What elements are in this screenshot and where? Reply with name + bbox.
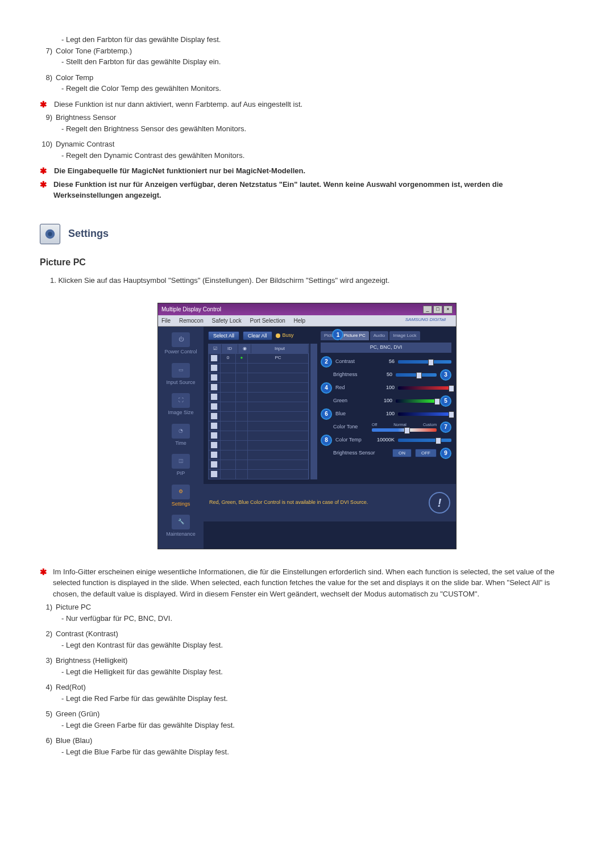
callout-2: 2 [321,356,332,368]
busy-dot-icon [276,333,280,338]
svg-point-1 [48,232,52,236]
color-temp-control: 8 Color Temp 10000K [321,435,451,446]
tab-audio[interactable]: Audio [370,331,388,340]
tab-picture[interactable]: Pictur1 [321,331,339,340]
grid-row[interactable]: 0 ● PC [209,353,309,363]
tab-image-lock[interactable]: Image Lock [389,331,420,340]
list-num: 7) [40,45,52,57]
sensor-off-button[interactable]: OFF [415,449,437,457]
sidebar-item-power-control[interactable]: ⏻Power Control [158,332,204,356]
settings-section-icon [40,224,60,244]
green-control: Green 100 5 [321,395,451,407]
sidebar-item-image-size[interactable]: ⛶Image Size [158,393,204,417]
brightness-slider[interactable] [396,373,437,377]
callout-5: 5 [440,395,451,407]
time-icon: ◔ [172,424,190,439]
menu-help[interactable]: Help [294,318,306,324]
app-footer: Red, Green, Blue Color Control is not av… [204,484,456,521]
toolbar: Select All Clear All Busy [208,331,317,340]
select-all-button[interactable]: Select All [208,331,239,340]
green-slider[interactable] [396,399,437,403]
brightness-control: Brightness 50 3 [321,369,451,381]
app-title: Multiple Display Control [161,305,221,314]
input-icon: ▭ [172,363,190,378]
color-tone-slider[interactable] [372,428,437,432]
section-title: Settings [68,226,109,241]
contrast-control: 2 Contrast 56 [321,356,451,368]
menubar: File Remocon Safety Lock Port Selection … [158,315,456,327]
settings-panel: Pictur1 Picture PC Audio Image Lock PC, … [321,331,451,479]
app-window: Multiple Display Control _ □ × File Remo… [157,303,457,549]
star-note-bold: ✱Diese Funktion ist nur für Anzeigen ver… [40,179,574,201]
sidebar-item-input-source[interactable]: ▭Input Source [158,363,204,387]
checkbox-icon[interactable] [211,355,218,361]
star-note: ✱Im Info-Gitter erscheinen einige wesent… [40,566,574,600]
red-control: 4 Red 100 [321,382,451,394]
callout-7: 7 [440,422,451,433]
settings-icon: ⚙ [172,485,190,499]
close-button[interactable]: × [443,306,453,314]
menu-port-selection[interactable]: Port Selection [250,318,285,324]
titlebar: Multiple Display Control _ □ × [158,303,456,315]
star-note-bold: ✱Die Eingabequelle für MagicNet funktion… [40,165,574,177]
sidebar-item-maintenance[interactable]: 🔧Maintenance [158,515,204,539]
color-tone-control: Color Tone OffNormalCustom 7 [321,422,451,433]
color-temp-slider[interactable] [398,439,451,442]
section-header: Settings [40,224,574,244]
star-icon: ✱ [40,99,48,110]
power-icon: ⏻ [172,332,190,347]
maximize-button[interactable]: □ [433,306,442,314]
maintenance-icon: 🔧 [172,515,190,529]
mode-indicator: PC, BNC, DVI [321,343,451,353]
pip-icon: ◫ [172,454,190,469]
grid-header: ☑ ID ◉ Input [209,344,309,353]
list-title: Color Tone (Farbtemp.) [56,45,132,57]
minimize-button[interactable]: _ [423,306,432,314]
star-icon: ✱ [40,179,48,201]
contrast-slider[interactable] [398,360,451,364]
list-num: 8) [40,72,52,84]
info-icon: ! [429,492,450,514]
callout-8: 8 [321,435,332,446]
menu-safety-lock[interactable]: Safety Lock [212,318,242,324]
sidebar: ⏻Power Control ▭Input Source ⛶Image Size… [158,327,204,549]
tab-picture-pc[interactable]: Picture PC [340,331,368,340]
blue-slider[interactable] [398,412,451,416]
sub-heading: Picture PC [40,256,574,269]
star-note: ✱Diese Funktion ist nur dann aktiviert, … [40,99,574,110]
image-size-icon: ⛶ [172,393,190,408]
grid-scrollbar[interactable] [310,344,317,479]
callout-4: 4 [321,382,332,394]
busy-indicator: Busy [276,332,294,340]
clear-all-button[interactable]: Clear All [243,331,272,340]
star-icon: ✱ [40,165,48,177]
sidebar-item-settings[interactable]: ⚙Settings [158,485,204,508]
red-slider[interactable] [398,386,451,390]
blue-control: 6 Blue 100 [321,408,451,420]
menu-remocon[interactable]: Remocon [179,318,204,324]
after-list: 1)Picture PC- Nur verfügbar für PC, BNC,… [40,602,574,757]
sidebar-item-pip[interactable]: ◫PIP [158,454,204,478]
sidebar-item-time[interactable]: ◔Time [158,424,204,448]
callout-3: 3 [440,369,451,381]
brand-label: SAMSUNG DIGITall [405,316,446,323]
callout-9: 9 [440,448,451,459]
sensor-on-button[interactable]: ON [392,449,412,457]
prior-list: - Legt den Farbton für das gewählte Disp… [40,34,574,94]
menu-file[interactable]: File [161,318,171,324]
list-sub: - Stellt den Farbton für das gewählte Di… [61,56,574,68]
callout-6: 6 [321,408,332,420]
list-sub: - Legt den Farbton für das gewählte Disp… [61,34,574,45]
tabs: Pictur1 Picture PC Audio Image Lock [321,331,451,340]
display-grid: ☑ ID ◉ Input 0 ● PC [208,344,309,479]
brightness-sensor-control: Brightness Sensor ON OFF 9 [321,448,451,459]
star-icon: ✱ [40,566,47,600]
list-sub: - Regelt die Color Temp des gewählten Mo… [61,83,574,94]
prior-list-2: 9)Brightness Sensor- Regelt den Brightne… [40,112,574,161]
list-title: Color Temp [56,72,93,84]
step-text: 1. Klicken Sie auf das Hauptsymbol "Sett… [50,275,574,286]
footer-warning: Red, Green, Blue Color Control is not av… [209,499,417,507]
